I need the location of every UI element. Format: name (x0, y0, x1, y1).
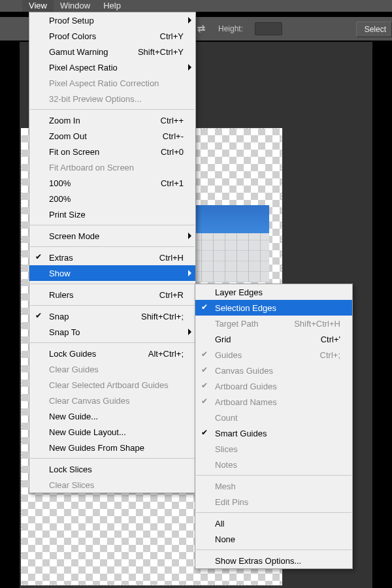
menu-item-label: 200% (49, 194, 184, 204)
show-submenu-item-edit-pins: Edit Pins (195, 494, 352, 510)
menu-item-label: All (215, 519, 340, 529)
view-menu-separator (30, 458, 195, 459)
menu-item-shortcut: Shift+Ctrl+Y (131, 47, 184, 57)
menu-item-label: 100% (49, 178, 116, 188)
show-submenu-item-layer-edges[interactable]: Layer Edges (195, 284, 352, 300)
check-icon: ✔ (201, 397, 208, 406)
view-menu-item-zoom-out[interactable]: Zoom OutCtrl+- (29, 128, 195, 144)
show-submenu-item-selection-edges[interactable]: ✔Selection Edges (195, 300, 352, 316)
show-submenu-item-slices: Slices (195, 441, 352, 457)
view-menu-item-100[interactable]: 100%Ctrl+1 (29, 175, 195, 191)
view-menu-separator (30, 109, 195, 110)
menu-item-shortcut: Ctrl+Y (131, 31, 184, 41)
menu-item-label: None (215, 534, 340, 544)
view-menu-item-pixel-aspect-ratio[interactable]: Pixel Aspect Ratio (29, 59, 195, 75)
menu-item-label: Clear Slices (49, 480, 184, 490)
menubar-view[interactable]: View (22, 0, 54, 12)
menu-item-label: Artboard Guides (215, 382, 340, 391)
menu-item-label: Pixel Aspect Ratio Correction (49, 78, 184, 88)
view-menu-item-gamut-warning[interactable]: Gamut WarningShift+Ctrl+Y (29, 44, 195, 59)
view-menu-item-rulers[interactable]: RulersCtrl+R (29, 287, 195, 302)
view-menu-item-fit-artboard-on-screen: Fit Artboard on Screen (29, 159, 195, 175)
view-menu-separator (30, 342, 195, 343)
menu-item-label: Layer Edges (215, 287, 340, 297)
select-subject-button[interactable]: Select (356, 22, 392, 37)
menu-item-label: Count (215, 413, 340, 423)
show-submenu-item-all[interactable]: All (195, 515, 352, 531)
view-menu-item-proof-setup[interactable]: Proof Setup (29, 12, 195, 28)
swap-dimensions-icon[interactable] (196, 24, 206, 34)
show-submenu-item-grid[interactable]: GridCtrl+' (195, 331, 352, 347)
view-menu-item-new-guide[interactable]: New Guide... (29, 408, 195, 424)
menu-item-label: Print Size (49, 210, 184, 220)
show-submenu-item-smart-guides[interactable]: ✔Smart Guides (195, 425, 352, 441)
view-menu-item-print-size[interactable]: Print Size (29, 206, 195, 222)
submenu-arrow-icon (188, 329, 191, 335)
show-submenu-item-artboard-guides: ✔Artboard Guides (195, 378, 352, 394)
menu-item-shortcut: Ctrl+' (288, 335, 340, 344)
menu-item-label: Snap (49, 312, 116, 321)
menu-item-label: Notes (215, 460, 340, 470)
menu-item-shortcut: Shift+Ctrl+; (131, 312, 184, 321)
show-submenu-item-none[interactable]: None (195, 531, 352, 547)
show-submenu-separator (196, 549, 351, 550)
show-submenu-item-target-path: Target PathShift+Ctrl+H (195, 316, 352, 331)
menu-item-label: New Guide... (49, 412, 184, 421)
menu-item-label: Show Extras Options... (215, 556, 340, 566)
view-menu-item-extras[interactable]: ✔ExtrasCtrl+H (29, 250, 195, 265)
show-submenu-item-artboard-names: ✔Artboard Names (195, 394, 352, 410)
view-menu-item-lock-guides[interactable]: Lock GuidesAlt+Ctrl+; (29, 346, 195, 361)
view-menu-item-pixel-aspect-ratio-correction: Pixel Aspect Ratio Correction (29, 75, 195, 91)
show-submenu-item-show-extras-options[interactable]: Show Extras Options... (195, 553, 352, 568)
view-menu-item-zoom-in[interactable]: Zoom InCtrl++ (29, 112, 195, 128)
menu-item-label: Canvas Guides (215, 366, 340, 376)
view-menu-item-snap[interactable]: ✔SnapShift+Ctrl+; (29, 308, 195, 324)
menu-item-label: Slices (215, 444, 340, 454)
submenu-arrow-icon (188, 270, 191, 276)
menu-item-label: Fit on Screen (49, 147, 116, 157)
view-menu-separator (30, 246, 195, 247)
show-submenu-dropdown: Layer Edges✔Selection EdgesTarget PathSh… (195, 284, 353, 569)
show-submenu-item-guides: ✔GuidesCtrl+; (195, 347, 352, 363)
menu-item-label: Snap To (49, 327, 184, 337)
view-menu-item-clear-canvas-guides: Clear Canvas Guides (29, 393, 195, 408)
menu-item-label: Grid (215, 335, 272, 344)
menu-item-label: Selection Edges (215, 303, 340, 313)
menubar-help[interactable]: Help (97, 0, 127, 12)
height-input[interactable] (255, 22, 282, 35)
view-menu-item-lock-slices[interactable]: Lock Slices (29, 461, 195, 477)
menu-item-label: Fit Artboard on Screen (49, 163, 184, 172)
menu-item-label: Extras (49, 253, 116, 263)
menu-item-shortcut: Shift+Ctrl+H (288, 319, 340, 329)
menu-item-label: Smart Guides (215, 429, 340, 438)
menu-item-shortcut: Alt+Ctrl+; (131, 349, 184, 359)
menu-item-label: Artboard Names (215, 397, 340, 407)
view-menu-item-new-guide-layout[interactable]: New Guide Layout... (29, 424, 195, 440)
view-menu-item-clear-guides: Clear Guides (29, 361, 195, 377)
menubar-window[interactable]: Window (54, 0, 97, 12)
view-menu-item-200[interactable]: 200% (29, 191, 195, 206)
menu-item-label: Screen Mode (49, 231, 184, 241)
view-menu-item-fit-on-screen[interactable]: Fit on ScreenCtrl+0 (29, 144, 195, 159)
menu-item-label: Mesh (215, 482, 340, 491)
menu-item-label: Zoom Out (49, 131, 116, 141)
show-submenu-item-canvas-guides: ✔Canvas Guides (195, 363, 352, 378)
view-menu-item-new-guides-from-shape[interactable]: New Guides From Shape (29, 440, 195, 455)
submenu-arrow-icon (188, 233, 191, 239)
menu-item-label: Guides (215, 350, 272, 360)
menu-item-label: Proof Colors (49, 31, 116, 41)
view-menu-item-screen-mode[interactable]: Screen Mode (29, 228, 195, 244)
view-menu-item-proof-colors[interactable]: Proof ColorsCtrl+Y (29, 28, 195, 44)
check-icon: ✔ (201, 350, 208, 359)
menu-item-label: New Guide Layout... (49, 427, 184, 437)
menu-item-label: Lock Guides (49, 349, 116, 359)
view-menu-separator (30, 305, 195, 306)
menu-item-shortcut: Ctrl+; (288, 350, 340, 360)
submenu-arrow-icon (188, 64, 191, 71)
view-menu-item-snap-to[interactable]: Snap To (29, 324, 195, 340)
menu-item-label: Gamut Warning (49, 47, 116, 57)
view-menu-separator (30, 284, 195, 284)
menu-item-label: Proof Setup (49, 16, 184, 25)
view-menu-item-show[interactable]: Show (29, 265, 195, 281)
menu-item-shortcut: Ctrl++ (131, 116, 184, 125)
